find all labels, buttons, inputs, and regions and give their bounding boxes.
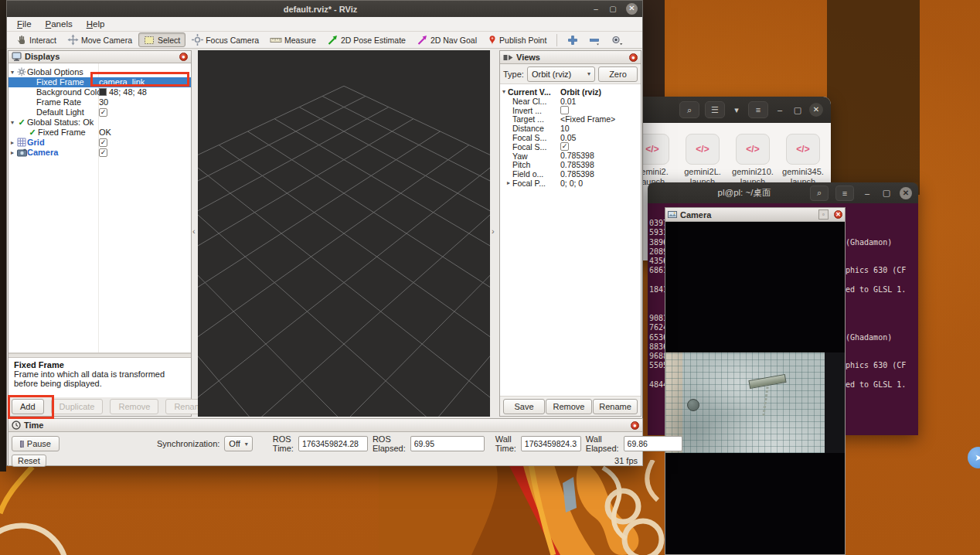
rename-button[interactable]: Rename [593,399,638,414]
tree-row-default-light[interactable]: Default Light ✓ [9,107,191,117]
close-button[interactable]: ✕ [626,3,638,15]
minimize-button[interactable]: – [861,189,873,198]
save-button[interactable]: Save [503,399,545,414]
remove-tool-button[interactable] [584,32,604,47]
fixed-frame-value[interactable]: camera_link [99,77,145,87]
close-panel-icon[interactable]: ● [179,53,188,61]
displays-icon [12,52,22,61]
views-row-near-clip[interactable]: Near Cl...0.01 [500,97,641,106]
close-button[interactable]: ✕ [809,103,823,117]
view-type-dropdown[interactable]: Orbit (rviz)▾ [527,66,595,82]
maximize-button[interactable]: ▢ [880,188,893,198]
views-row-pitch[interactable]: Pitch0.785398 [500,160,641,169]
list-view-icon[interactable]: ☰ [705,101,725,118]
minimize-button[interactable]: – [774,105,786,114]
views-row-focal-point[interactable]: ▸ Focal P...0; 0; 0 [500,179,641,188]
expander-icon[interactable]: ▸ [505,179,512,186]
checkbox-checked[interactable]: ✓ [99,148,107,157]
time-panel: Time ● Pause Synchronization: Off▾ ROS T… [8,418,643,466]
splitter-collapse-left[interactable]: ‹ [192,226,196,236]
tree-row-grid-display[interactable]: ▸ Grid ✓ [9,138,191,148]
search-icon[interactable]: ⌕ [679,101,699,118]
expander-icon[interactable]: ▸ [9,139,16,146]
views-row-yaw[interactable]: Yaw0.785398 [500,152,641,161]
status-ok-check-icon: ✓ [16,117,27,128]
tree-row-background-color[interactable]: Background Color 48; 48; 48 [9,87,191,97]
wall-elapsed-field[interactable] [624,436,682,451]
menu-panels[interactable]: Panels [39,19,80,29]
remove-button[interactable]: Remove [546,399,592,414]
zero-button[interactable]: Zero [598,66,638,82]
views-row-focal-shape-size[interactable]: Focal S...0.05 [500,133,641,142]
reset-button[interactable]: Reset [12,455,46,467]
notification-bubble[interactable]: ➤ [968,447,980,468]
pause-icon [20,441,24,448]
views-row-current-view[interactable]: ▾ Current V... Orbit (rviz) [500,87,641,97]
float-panel-icon[interactable]: ▫ [818,209,829,220]
views-row-distance[interactable]: Distance10 [500,124,641,133]
tree-row-fixed-frame[interactable]: Fixed Frame camera_link [9,77,191,87]
focus-camera-tool-button[interactable]: Focus Camera [187,32,264,47]
focus-camera-icon [192,34,203,46]
sync-dropdown[interactable]: Off▾ [224,436,253,451]
tree-row-global-options[interactable]: ▾ Global Options [9,67,191,77]
move-camera-tool-button[interactable]: Move Camera [63,32,137,47]
checkbox-checked[interactable]: ✓ [560,142,569,151]
maximize-button[interactable]: ▢ [791,105,804,115]
views-panel-header[interactable]: Views ● [500,51,641,64]
close-panel-icon[interactable]: ● [629,53,638,62]
expander-icon[interactable]: ▾ [9,69,16,76]
tree-row-frame-rate[interactable]: Frame Rate 30 [9,97,191,107]
views-row-field-of-view[interactable]: Field o...0.785398 [500,169,641,179]
checkbox-checked[interactable]: ✓ [99,138,107,147]
views-row-target-frame[interactable]: Target ...<Fixed Frame> [500,114,641,124]
add-button[interactable]: Add [12,399,44,414]
select-tool-button[interactable]: Select [138,32,185,47]
checkbox-checked[interactable]: ✓ [99,108,107,117]
pause-button[interactable]: Pause [12,436,60,451]
3d-viewport[interactable] [198,50,490,417]
duplicate-button[interactable]: Duplicate [51,399,104,414]
expander-icon[interactable]: ▾ [500,88,508,95]
add-tool-button[interactable] [563,32,583,47]
code-file-icon: </> [786,134,820,165]
file-item[interactable]: </> gemini345.launch [781,134,825,187]
ros-time-field[interactable] [298,436,368,451]
nav-goal-tool-button[interactable]: 2D Nav Goal [412,32,481,47]
menu-file[interactable]: File [10,19,39,29]
wallpaper-art-corner [0,462,85,555]
checkbox-unchecked[interactable] [560,106,569,114]
minimize-button[interactable]: – [587,5,604,13]
tree-row-camera-display[interactable]: ▸ Camera ✓ [9,148,191,158]
menu-icon[interactable]: ≡ [748,101,768,118]
rviz-titlebar[interactable]: default.rviz* - RViz – ▢ ✕ [7,1,642,17]
search-icon[interactable]: ⌕ [810,186,829,201]
tool-properties-button[interactable] [606,32,628,47]
expander-icon[interactable]: ▸ [9,149,16,156]
menu-help[interactable]: Help [80,19,112,29]
file-item[interactable]: </> gemini210.launch [730,134,775,187]
measure-tool-button[interactable]: Measure [265,32,321,47]
pose-estimate-tool-button[interactable]: 2D Pose Estimate [322,32,410,47]
displays-panel-header[interactable]: Displays ● [9,51,191,63]
close-icon[interactable]: ✕ [834,210,842,219]
view-options-chevron-icon[interactable]: ▾ [730,105,743,115]
time-panel-header[interactable]: Time ● [9,419,642,432]
expander-icon[interactable]: ▾ [9,119,16,126]
splitter-collapse-right[interactable]: › [492,226,495,236]
wall-time-field[interactable] [521,436,581,451]
file-item[interactable]: </> gemini2L.launch [680,134,725,187]
tree-row-global-status[interactable]: ▾ ✓ Global Status: Ok [9,117,191,128]
close-button[interactable]: ✕ [900,187,912,199]
close-panel-icon[interactable]: ● [631,421,639,430]
tree-row-fixed-frame-status[interactable]: ✓ Fixed Frame OK [9,128,191,138]
interact-tool-button[interactable]: Interact [12,32,61,47]
maximize-button[interactable]: ▢ [604,5,621,13]
publish-point-tool-button[interactable]: Publish Point [483,32,551,47]
menu-icon[interactable]: ≡ [835,186,854,201]
views-row-focal-shape-fixed[interactable]: Focal S...✓ [500,142,641,152]
green-arrow-icon [327,35,339,46]
ros-elapsed-field[interactable] [410,436,485,451]
views-row-invert-z[interactable]: Invert ... [500,106,641,115]
remove-button[interactable]: Remove [110,399,158,414]
